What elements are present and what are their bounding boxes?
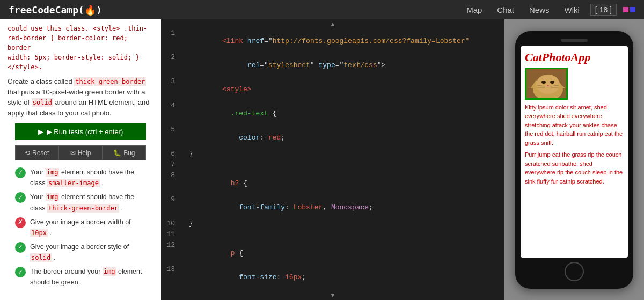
test-text-3: Give your image a border width of 10px .	[30, 217, 146, 238]
test1-code2: smaller-image	[47, 179, 100, 187]
test-pass-icon-2: ✓	[15, 192, 26, 203]
phone-home-button[interactable]	[565, 262, 584, 281]
code-line-6: 6 }	[161, 150, 504, 160]
svg-point-6	[550, 81, 554, 84]
preview-para-1: Kitty ipsum dolor sit amet, shed everywh…	[525, 103, 624, 148]
code-line-10: 10 }	[161, 219, 504, 230]
cat-image	[525, 68, 568, 100]
test-text-5: The border around your img element shoul…	[30, 266, 146, 288]
phone-speaker	[561, 39, 588, 42]
test-pass-icon-1: ✓	[15, 167, 26, 178]
code-line-11: 11	[161, 230, 504, 241]
line-num-11: 11	[161, 230, 180, 241]
help-button[interactable]: ✉ Help	[58, 145, 102, 160]
test4-code1: solid	[30, 253, 52, 262]
code-line-8: 8 h2 {	[161, 171, 504, 195]
flame-icon: 🔥	[84, 4, 96, 16]
test-text-2: Your img element should have the class t…	[30, 192, 146, 213]
code-line-2: 2 rel="stylesheet" type="text/css">	[161, 53, 504, 77]
test-text-1: Your img element should have the class s…	[30, 167, 146, 188]
line-num-3: 3	[161, 77, 180, 101]
code-line-9: 9 font-family: Lobster, Monospace;	[161, 195, 504, 219]
run-tests-button[interactable]: ▶ ▶ Run tests (ctrl + enter)	[15, 123, 146, 140]
line-num-2: 2	[161, 53, 180, 77]
line-code-6[interactable]: }	[180, 150, 193, 160]
test-item-5: ✓ The border around your img element sho…	[15, 266, 146, 288]
nav-chat[interactable]: Chat	[491, 3, 521, 17]
header: freeCodeCamp(🔥) Map Chat News Wiki [ 18 …	[0, 0, 644, 19]
line-num-4: 4	[161, 101, 180, 126]
test2-code1: img	[46, 193, 60, 201]
reset-label: Reset	[32, 149, 49, 157]
line-num-10: 10	[161, 219, 180, 230]
line-code-9[interactable]: font-family: Lobster, Monospace;	[180, 195, 373, 219]
instructions-scroll[interactable]: could use this class. <style> .thin- red…	[0, 19, 161, 300]
line-num-13: 13	[161, 265, 180, 289]
scroll-up-arrow[interactable]: ▲	[161, 19, 504, 29]
test-pass-icon-4: ✓	[15, 242, 26, 253]
line-code-1[interactable]: <link href="http://fonts.googleapis.com/…	[180, 29, 469, 53]
bug-icon: 🐛	[113, 149, 121, 157]
line-code-3[interactable]: <style>	[180, 77, 252, 101]
test-item-4: ✓ Give your image a border style of soli…	[15, 242, 146, 263]
test-item-3: ✗ Give your image a border width of 10px…	[15, 217, 146, 238]
line-num-6: 6	[161, 150, 180, 160]
nav-map[interactable]: Map	[460, 3, 488, 17]
test-text-4: Give your image a border style of solid …	[30, 242, 146, 263]
header-nav: Map Chat News Wiki [ 18 ]	[460, 3, 635, 17]
squares-decoration	[623, 7, 635, 12]
class-name-highlight: thick-green-border	[74, 77, 146, 86]
main-content: could use this class. <style> .thin- red…	[0, 19, 644, 300]
code-line-12: 12 p {	[161, 241, 504, 265]
phone-screen: CatPhotoApp	[521, 46, 628, 258]
svg-point-4	[536, 75, 560, 94]
line-num-1: 1	[161, 29, 180, 53]
test-item-2: ✓ Your img element should have the class…	[15, 192, 146, 213]
reset-button[interactable]: ⟲ Reset	[15, 145, 58, 160]
test1-code1: img	[46, 168, 60, 177]
bug-label: Bug	[123, 149, 135, 157]
notification-badge[interactable]: [ 18 ]	[590, 4, 617, 16]
svg-point-5	[541, 81, 546, 84]
line-num-9: 9	[161, 195, 180, 219]
line-code-4[interactable]: .red-text {	[180, 101, 276, 126]
nav-wiki[interactable]: Wiki	[558, 3, 586, 17]
preview-para-2: Purr jump eat the grass rip the couch sc…	[525, 150, 624, 186]
test-pass-icon-5: ✓	[15, 267, 26, 277]
sq-blue	[630, 7, 635, 12]
intro-code-snippet: could use this class. <style> .thin- red…	[8, 24, 153, 72]
help-icon: ✉	[70, 149, 76, 157]
logo: freeCodeCamp(🔥)	[9, 4, 102, 16]
code-line-4: 4 .red-text {	[161, 101, 504, 126]
line-code-13[interactable]: font-size: 16px;	[180, 265, 306, 289]
line-code-10[interactable]: }	[180, 219, 193, 230]
code-line-13: 13 font-size: 16px;	[161, 265, 504, 289]
line-code-12[interactable]: p {	[180, 241, 243, 265]
line-code-2[interactable]: rel="stylesheet" type="text/css">	[180, 53, 385, 77]
test2-code2: thick-green-border	[47, 204, 119, 213]
code-line-1: 1 <link href="http://fonts.googleapis.co…	[161, 29, 504, 53]
left-panel: could use this class. <style> .thin- red…	[0, 19, 161, 300]
test-fail-icon-3: ✗	[15, 217, 26, 228]
code-line-3: 3 <style>	[161, 77, 504, 101]
editor-panel: ▲ 1 <link href="http://fonts.googleapis.…	[161, 19, 504, 300]
nav-news[interactable]: News	[523, 3, 556, 17]
line-code-5[interactable]: color: red;	[180, 126, 285, 150]
preview-panel: CatPhotoApp	[504, 19, 644, 300]
editor-scroll[interactable]: 1 <link href="http://fonts.googleapis.co…	[161, 29, 504, 290]
bug-button[interactable]: 🐛 Bug	[103, 145, 146, 160]
line-num-12: 12	[161, 241, 180, 265]
code-line-5: 5 color: red;	[161, 126, 504, 150]
app-title: CatPhotoApp	[525, 50, 624, 64]
cat-svg	[526, 69, 568, 100]
line-num-7: 7	[161, 160, 180, 171]
line-code-8[interactable]: h2 {	[180, 171, 247, 195]
reset-icon: ⟲	[25, 149, 30, 157]
phone-device: CatPhotoApp	[515, 31, 633, 289]
test-item-1: ✓ Your img element should have the class…	[15, 167, 146, 188]
help-label: Help	[78, 149, 91, 157]
line-num-8: 8	[161, 171, 180, 195]
scroll-down-arrow[interactable]: ▼	[161, 290, 504, 300]
action-buttons: ⟲ Reset ✉ Help 🐛 Bug	[8, 145, 153, 165]
cat-image-inner	[526, 69, 566, 98]
